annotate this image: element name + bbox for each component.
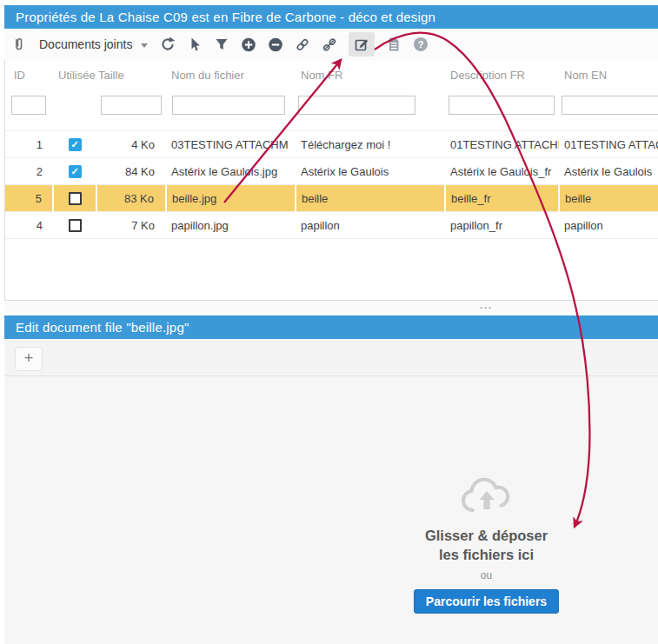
table-row[interactable]: 4 7 Ko papillon.jpg papillon papillon_fr… bbox=[5, 212, 658, 239]
cell-id: 2 bbox=[5, 158, 53, 185]
cell-taille: 83 Ko bbox=[96, 185, 166, 212]
refresh-icon[interactable] bbox=[160, 37, 176, 52]
add-tab-button[interactable]: + bbox=[15, 347, 43, 371]
filter-taille-input[interactable] bbox=[101, 96, 162, 115]
cell-taille: 7 Ko bbox=[96, 212, 166, 239]
column-header-nom-en[interactable]: Nom EN bbox=[559, 60, 658, 90]
app-window: Propriétés de La Chaise C09 est en Fibre… bbox=[0, 0, 658, 644]
dropzone-or-label: ou bbox=[374, 569, 600, 581]
pointer-icon[interactable] bbox=[187, 37, 203, 52]
cell-nom-en: 01TESTING ATTACHM bbox=[559, 131, 658, 158]
dropzone-heading-line2: les fichiers ici bbox=[374, 545, 600, 564]
column-header-utilisee[interactable]: Utilisée bbox=[53, 60, 96, 90]
documents-grid: ID Utilisée Taille Nom du fichier Nom FR… bbox=[4, 60, 658, 301]
cell-taille: 4 Ko bbox=[96, 131, 166, 158]
filter-nom-fr-input[interactable] bbox=[298, 96, 415, 115]
documents-toolbar: Documents joints ? bbox=[4, 29, 658, 60]
filter-nom-du-fichier-input[interactable] bbox=[172, 96, 285, 115]
column-header-description-fr[interactable]: Description FR bbox=[445, 60, 559, 90]
grid-filter-row bbox=[5, 90, 658, 131]
cell-nom-du-fichier: beille.jpg bbox=[166, 185, 296, 212]
filter-icon[interactable] bbox=[214, 37, 229, 52]
edit-icon[interactable] bbox=[349, 32, 375, 56]
cell-description-fr: 01TESTING ATTACHM bbox=[445, 131, 559, 158]
documents-joints-menu[interactable]: Documents joints bbox=[39, 37, 132, 51]
cell-nom-du-fichier: 03TESTING ATTACHM bbox=[166, 131, 296, 158]
column-header-taille[interactable]: Taille bbox=[96, 60, 166, 90]
cell-nom-fr: papillon bbox=[296, 212, 445, 239]
table-row[interactable]: 2 ✓ 84 Ko Astérix le Gaulois.jpg Astérix… bbox=[5, 158, 658, 185]
column-header-nom-du-fichier[interactable]: Nom du fichier bbox=[166, 60, 296, 90]
edit-panel-title: Edit document file "beille.jpg" bbox=[16, 320, 189, 335]
dropzone-heading: Glisser & déposer les fichiers ici bbox=[374, 526, 600, 565]
cell-id: 5 bbox=[5, 185, 53, 212]
panel-resize-handle[interactable]: ... bbox=[4, 302, 658, 315]
column-header-nom-fr[interactable]: Nom FR bbox=[296, 60, 445, 90]
cell-nom-du-fichier: papillon.jpg bbox=[166, 212, 296, 239]
unlink-icon[interactable] bbox=[322, 37, 337, 52]
dropzone-heading-line1: Glisser & déposer bbox=[374, 526, 600, 545]
cell-id: 1 bbox=[5, 131, 53, 158]
svg-text:?: ? bbox=[418, 39, 424, 50]
grid-header-row: ID Utilisée Taille Nom du fichier Nom FR… bbox=[5, 60, 658, 90]
column-header-id[interactable]: ID bbox=[5, 60, 53, 90]
cell-id: 4 bbox=[5, 212, 53, 239]
edit-document-panel: + Glisser & déposer les fichiers ici ou … bbox=[4, 339, 658, 644]
used-checkbox[interactable] bbox=[69, 192, 82, 205]
table-row[interactable]: 1 ✓ 4 Ko 03TESTING ATTACHM Téléchargez m… bbox=[5, 131, 658, 158]
used-checkbox[interactable] bbox=[69, 219, 82, 232]
help-icon[interactable]: ? bbox=[413, 37, 429, 52]
cell-description-fr: beille_fr bbox=[445, 185, 559, 212]
cell-nom-fr: Téléchargez moi ! bbox=[296, 131, 445, 158]
cell-nom-en: Astérix le Gaulois bbox=[559, 158, 658, 185]
add-icon[interactable] bbox=[241, 37, 256, 52]
properties-panel-titlebar: Propriétés de La Chaise C09 est en Fibre… bbox=[4, 5, 658, 29]
attachment-icon bbox=[10, 37, 26, 52]
used-checkbox[interactable]: ✓ bbox=[69, 165, 82, 178]
document-icon[interactable] bbox=[386, 37, 402, 52]
cell-description-fr: Astérix le Gaulois_fr bbox=[445, 158, 559, 185]
resize-dots: ... bbox=[480, 302, 493, 309]
file-dropzone[interactable]: Glisser & déposer les fichiers ici ou Pa… bbox=[374, 474, 600, 614]
cell-nom-du-fichier: Astérix le Gaulois.jpg bbox=[166, 158, 296, 185]
cloud-upload-icon bbox=[459, 474, 515, 519]
cell-nom-fr: Astérix le Gaulois bbox=[296, 158, 445, 185]
chevron-down-icon[interactable] bbox=[141, 43, 148, 48]
table-row-selected[interactable]: 5 83 Ko beille.jpg beille beille_fr beil… bbox=[5, 185, 658, 212]
link-icon[interactable] bbox=[295, 37, 310, 52]
tab-strip: + bbox=[4, 339, 658, 376]
remove-icon[interactable] bbox=[268, 37, 283, 52]
filter-id-input[interactable] bbox=[11, 96, 46, 115]
cell-nom-en: beille bbox=[559, 185, 658, 212]
cell-nom-fr: beille bbox=[296, 185, 445, 212]
edit-panel-titlebar: Edit document file "beille.jpg" bbox=[4, 315, 658, 339]
cell-description-fr: papillon_fr bbox=[445, 212, 559, 239]
filter-nom-en-input[interactable] bbox=[562, 96, 658, 115]
browse-files-button[interactable]: Parcourir les fichiers bbox=[414, 589, 559, 614]
used-checkbox[interactable]: ✓ bbox=[69, 138, 82, 151]
cell-nom-en: papillon bbox=[559, 212, 658, 239]
filter-description-fr-input[interactable] bbox=[449, 96, 555, 115]
cell-taille: 84 Ko bbox=[96, 158, 166, 185]
properties-panel-title: Propriétés de La Chaise C09 est en Fibre… bbox=[16, 10, 435, 24]
